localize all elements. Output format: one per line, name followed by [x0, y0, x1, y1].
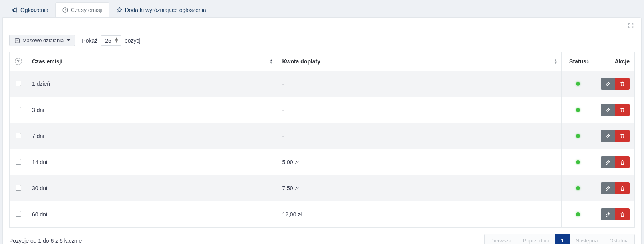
cell-status: [562, 201, 594, 228]
col-header-surcharge[interactable]: Kwota dopłaty ▲▼: [277, 52, 562, 71]
status-dot-icon: [576, 134, 580, 138]
table-footer: Pozycje od 1 do 6 z 6 łącznie Pierwsza P…: [9, 234, 635, 244]
cell-surcharge: 5,00 zł: [277, 149, 562, 175]
tab-label: Dodatki wyróżniające ogłoszenia: [125, 7, 206, 13]
cell-status: [562, 97, 594, 123]
cell-emission: 7 dni: [27, 123, 277, 149]
cell-status: [562, 175, 594, 201]
delete-button[interactable]: [615, 78, 630, 90]
page-size-select[interactable]: 25 ▲▼: [101, 35, 121, 46]
megaphone-icon: [12, 7, 18, 13]
status-dot-icon: [576, 186, 580, 190]
row-checkbox[interactable]: [16, 133, 21, 138]
edit-button[interactable]: [601, 208, 615, 220]
table-row: 30 dni 7,50 zł: [10, 175, 635, 201]
row-checkbox[interactable]: [16, 81, 21, 86]
table-row: 1 dzień -: [10, 71, 635, 97]
sort-indicator-icon: ▲▼: [269, 59, 273, 64]
row-checkbox[interactable]: [16, 159, 21, 165]
sort-indicator-icon: ▲▼: [554, 59, 557, 64]
cell-status: [562, 149, 594, 175]
col-header-actions: Akcje: [594, 52, 635, 71]
delete-button[interactable]: [615, 130, 630, 142]
table-row: 7 dni -: [10, 123, 635, 149]
cell-status: [562, 123, 594, 149]
cell-emission: 60 dni: [27, 201, 277, 228]
help-icon[interactable]: ?: [15, 58, 22, 65]
panel-main: Masowe działania Pokaż 25 ▲▼ pozycji ? C…: [2, 17, 642, 244]
pagination: Pierwsza Poprzednia 1 Następna Ostatnia: [484, 234, 635, 244]
toolbar: Masowe działania Pokaż 25 ▲▼ pozycji: [9, 35, 635, 46]
table-row: 14 dni 5,00 zł: [10, 149, 635, 175]
edit-button[interactable]: [601, 130, 615, 142]
tab-dodatki[interactable]: Dodatki wyróżniające ogłoszenia: [109, 2, 213, 17]
tab-label: Czasy emisji: [71, 7, 103, 13]
show-label: Pokaż: [82, 37, 97, 44]
positions-label: pozycji: [125, 37, 142, 44]
cell-surcharge: 7,50 zł: [277, 175, 562, 201]
edit-button[interactable]: [601, 104, 615, 116]
chevron-down-icon: [67, 39, 70, 41]
edit-button[interactable]: [601, 78, 615, 90]
row-checkbox[interactable]: [16, 185, 21, 191]
edit-button[interactable]: [601, 156, 615, 168]
delete-button[interactable]: [615, 156, 630, 168]
bulk-actions-button[interactable]: Masowe działania: [9, 35, 75, 46]
cell-emission: 3 dni: [27, 97, 277, 123]
status-dot-icon: [576, 82, 580, 86]
page-first[interactable]: Pierwsza: [485, 234, 517, 244]
delete-button[interactable]: [615, 208, 630, 220]
table-row: 3 dni -: [10, 97, 635, 123]
tab-label: Ogłoszenia: [20, 7, 48, 13]
svg-rect-1: [15, 38, 20, 43]
page-next[interactable]: Następna: [570, 234, 604, 244]
emission-table: ? Czas emisji ▲▼ Kwota dopłaty ▲▼ Status…: [9, 52, 635, 228]
col-header-status[interactable]: Status ▲▼: [562, 52, 594, 71]
star-icon: [116, 7, 123, 13]
fullscreen-button[interactable]: [628, 22, 636, 31]
summary-text: Pozycje od 1 do 6 z 6 łącznie: [9, 238, 82, 244]
cell-status: [562, 71, 594, 97]
table-row: 60 dni 12,00 zł: [10, 201, 635, 228]
page-size-value: 25: [105, 37, 111, 44]
cell-emission: 30 dni: [27, 175, 277, 201]
cell-surcharge: -: [277, 97, 562, 123]
status-dot-icon: [576, 160, 580, 164]
page-size-control: Pokaż 25 ▲▼ pozycji: [82, 35, 141, 46]
delete-button[interactable]: [615, 104, 630, 116]
clock-icon: [62, 7, 68, 13]
cell-emission: 1 dzień: [27, 71, 277, 97]
tab-czasy-emisji[interactable]: Czasy emisji: [55, 2, 109, 17]
page-last[interactable]: Ostatnia: [604, 234, 634, 244]
sort-indicator-icon: ▲▼: [586, 59, 590, 64]
tabs-bar: Ogłoszenia Czasy emisji Dodatki wyróżnia…: [2, 2, 642, 17]
sort-arrows-icon: ▲▼: [115, 37, 119, 43]
tab-ogloszenia[interactable]: Ogłoszenia: [5, 2, 55, 17]
row-checkbox[interactable]: [16, 107, 21, 112]
status-dot-icon: [576, 108, 580, 112]
check-square-icon: [14, 38, 20, 43]
bulk-label: Masowe działania: [22, 37, 64, 43]
edit-button[interactable]: [601, 182, 615, 194]
col-header-emission[interactable]: Czas emisji ▲▼: [27, 52, 277, 71]
page-prev[interactable]: Poprzednia: [517, 234, 555, 244]
cell-surcharge: -: [277, 123, 562, 149]
page-current[interactable]: 1: [555, 234, 570, 244]
cell-surcharge: 12,00 zł: [277, 201, 562, 228]
row-checkbox[interactable]: [16, 211, 21, 217]
delete-button[interactable]: [615, 182, 630, 194]
cell-surcharge: -: [277, 71, 562, 97]
cell-emission: 14 dni: [27, 149, 277, 175]
col-header-help: ?: [10, 52, 27, 71]
status-dot-icon: [576, 212, 580, 216]
